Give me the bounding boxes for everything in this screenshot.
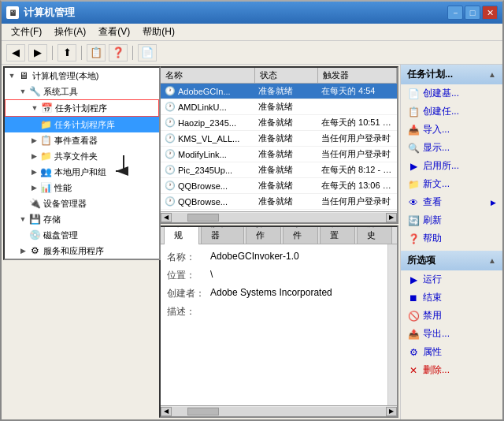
tab-general[interactable]: 常规 [164,225,199,244]
detail-scroll-left[interactable]: ◀ [161,407,172,416]
detail-scroll-right[interactable]: ▶ [386,407,397,416]
users-icon: 👥 [39,166,52,178]
tree-system-tools[interactable]: ▼ 🔧 系统工具 [5,84,159,99]
tree-storage[interactable]: ▼ 💾 存储 [5,211,159,227]
window-title: 计算机管理 [24,6,75,20]
ops-end[interactable]: ⏹ 结束 [401,289,502,307]
detail-scrollbar-thumb[interactable] [187,408,219,415]
ops-export[interactable]: 📤 导出... [401,325,502,343]
detail-label-author: 创建者： [167,287,210,300]
scroll-right-btn[interactable]: ▶ [386,213,397,222]
ops-enable-all[interactable]: ▶ 启用所... [401,157,502,175]
tree-panel: ▼ 🖥 计算机管理(本地) ▼ 🔧 系统工具 ▼ 📅 任务计划程序 [3,66,161,260]
detail-label-desc: 描述： [167,305,210,319]
tree-disk-management[interactable]: 💿 磁盘管理 [5,227,159,243]
task-list-body: 🕐 AdobeGCIn... 准备就绪 在每天的 4:54 🕐 AMDLinkU… [161,84,397,211]
task-icon: 📅 [40,102,53,114]
ops-show[interactable]: 🔍 显示... [401,139,502,157]
new-folder-icon: 📁 [407,178,420,191]
col-header-trigger[interactable]: 触发器 [318,68,397,83]
enable-all-icon: ▶ [407,160,420,173]
tree-services[interactable]: ▶ ⚙ 服务和应用程序 [5,243,159,259]
detail-bottom-scrollbar[interactable]: ◀ ▶ [161,405,397,416]
ops-import[interactable]: 📥 导入... [401,121,502,139]
maximize-button[interactable]: □ [465,6,480,20]
up-button[interactable]: ⬆ [57,44,76,61]
tree-task-scheduler[interactable]: ▼ 📅 任务计划程序 [5,99,159,117]
ops-run[interactable]: ▶ 运行 [401,270,502,289]
task-name-0: 🕐 AdobeGCIn... [161,84,255,99]
detail-label-location: 位置： [167,269,210,282]
toolbar-separator-2 [81,46,82,60]
tree-shared-folders[interactable]: ▶ 📁 共享文件夹 [5,148,159,164]
scrollbar-track[interactable] [172,213,386,222]
disable-icon: 🚫 [407,310,420,322]
task-row-icon-4: 🕐 [164,148,176,161]
disk-icon: 💿 [28,229,41,241]
task-row[interactable]: 🕐 QQBrowse... 准备就绪 在每天的 13:06 - 触发后 [161,178,397,194]
ops-delete[interactable]: ✕ 删除... [401,361,502,379]
ops-help[interactable]: ❓ 帮助 [401,229,502,248]
menu-view[interactable]: 查看(V) [92,24,136,40]
properties-button[interactable]: 📄 [138,44,157,61]
tab-triggers[interactable]: 触发器 [201,225,244,244]
tree-local-users[interactable]: ▶ 👥 本地用户和组 [5,164,159,180]
forward-button[interactable]: ▶ [28,44,47,61]
task-row[interactable]: 🕐 ModifyLink... 准备就绪 当任何用户登录时 [161,147,397,162]
create-basic-icon: 📄 [407,88,420,100]
task-name-7: 🕐 QQBrowse... [161,195,255,209]
shared-icon: 📁 [39,150,52,162]
ops-disable[interactable]: 🚫 禁用 [401,307,502,325]
ops-create-task[interactable]: 📋 创建任... [401,102,502,121]
tab-conditions[interactable]: 条件 [283,225,318,244]
detail-scrollbar[interactable] [387,244,397,405]
menu-help[interactable]: 帮助(H) [136,24,181,40]
menu-action[interactable]: 操作(A) [48,24,92,40]
detail-scrollbar-track[interactable] [172,407,386,416]
import-icon: 📥 [407,124,420,136]
back-button[interactable]: ◀ [6,44,25,61]
task-row[interactable]: 🕐 QQBrowse... 准备就绪 当任何用户登录时 [161,194,397,210]
tree-disk-label: 磁盘管理 [43,229,78,241]
task-row[interactable]: 🕐 AMDLinkU... 准备就绪 [161,99,397,115]
scroll-left-btn[interactable]: ◀ [161,213,172,222]
ops-properties[interactable]: ⚙ 属性 [401,343,502,361]
tab-history[interactable]: 历史 [357,225,392,244]
task-row[interactable]: 🕐 Haozip_2345... 准备就绪 在每天的 10:51 - 触发后 [161,115,397,131]
task-status-4: 准备就绪 [255,147,318,161]
ops-create-basic[interactable]: 📄 创建基... [401,84,502,102]
tree-shared-label: 共享文件夹 [54,151,98,162]
scrollbar-thumb[interactable] [187,214,219,222]
help-button[interactable]: ❓ [109,44,128,61]
minimize-button[interactable]: － [447,6,463,20]
col-header-name[interactable]: 名称 [161,68,255,83]
tree-event-arrow: ▶ [28,135,39,146]
task-name-5: 🕐 Pic_2345Up... [161,163,255,177]
main-content: ▼ 🖥 计算机管理(本地) ▼ 🔧 系统工具 ▼ 📅 任务计划程序 [2,65,502,419]
task-row[interactable]: 🕐 KMS_VL_ALL... 准备就绪 当任何用户登录时 [161,131,397,147]
detail-row-desc: 描述： [167,305,381,319]
tree-event-viewer[interactable]: ▶ 📋 事件查看器 [5,132,159,148]
tree-users-arrow: ▶ [28,166,39,177]
tree-task-library[interactable]: 📁 任务计划程序库 [5,117,159,132]
task-list-scrollbar[interactable]: ◀ ▶ [161,211,397,222]
tab-settings[interactable]: 设置 [320,225,355,244]
menu-file[interactable]: 文件(F) [5,24,48,40]
toolbar-separator-3 [132,46,133,60]
task-status-0: 准备就绪 [255,84,318,98]
task-row[interactable]: 🕐 AdobeGCIn... 准备就绪 在每天的 4:54 [161,84,397,99]
ops-view[interactable]: 👁 查看 ▶ [401,193,502,211]
show-hide-tree[interactable]: 📋 [87,44,106,61]
tab-actions[interactable]: 操作 [246,225,281,244]
ops-header-selected: 所选项 ▲ [401,251,502,270]
tree-root[interactable]: ▼ 🖥 计算机管理(本地) [5,68,159,84]
ops-refresh[interactable]: 🔄 刷新 [401,211,502,229]
ops-new-folder[interactable]: 📁 新文... [401,175,502,193]
col-header-status[interactable]: 状态 [255,68,318,83]
tree-device-manager[interactable]: 🔌 设备管理器 [5,196,159,211]
tree-performance[interactable]: ▶ 📊 性能 [5,180,159,196]
event-icon: 📋 [39,134,52,147]
task-trigger-4: 当任何用户登录时 [318,147,397,161]
task-row[interactable]: 🕐 Pic_2345Up... 准备就绪 在每天的 8:12 - 触发后 [161,162,397,178]
close-button[interactable]: ✕ [482,6,498,20]
